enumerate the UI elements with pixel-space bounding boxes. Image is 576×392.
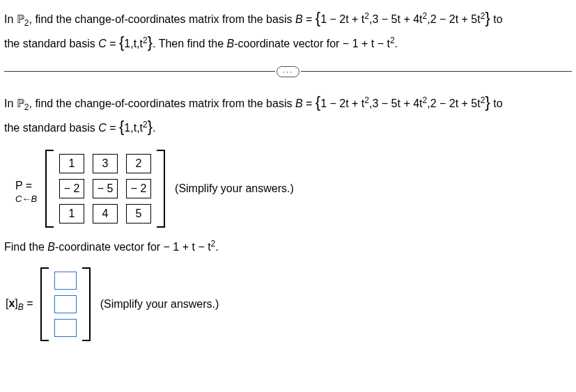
c-body: 1,t,t (124, 38, 143, 49)
poly2: 3 − 5t + 4t (372, 97, 422, 109)
b-coord-vector-row: [x]B = (Simplify your answers.) (6, 267, 572, 341)
matrix-P: 1 3 2 − 2 − 5 − 2 1 4 5 (45, 150, 165, 228)
poly1: 1 − 2t + t (320, 97, 364, 109)
bracket-right (155, 150, 165, 228)
matrix-cell[interactable]: − 2 (59, 179, 84, 198)
vector-input[interactable] (54, 272, 77, 290)
question-paragraph-1: In ℙ2, find the change-of-coordinates ma… (4, 6, 572, 55)
matrix-cell[interactable]: 5 (126, 204, 151, 224)
c-body: 1,t,t (124, 122, 143, 134)
sup: 2 (364, 11, 369, 21)
text: = (107, 38, 119, 49)
sub-B: B (18, 302, 24, 312)
bracket-right (81, 267, 91, 341)
text: = (303, 97, 316, 109)
sup: 2 (390, 36, 395, 45)
matrix-cell[interactable]: 3 (93, 154, 118, 173)
text: In (4, 13, 17, 25)
divider-dots: ··· (277, 66, 299, 77)
text: -coordinate vector for − 1 + t − t (234, 38, 390, 49)
poly3: 2 − 2t + 5t (430, 97, 481, 109)
brace-close: } (485, 93, 490, 111)
simplify-hint: (Simplify your answers.) (175, 180, 294, 198)
simplify-hint: (Simplify your answers.) (100, 295, 219, 313)
text: = (107, 122, 119, 134)
var-B: B (295, 13, 303, 25)
brace-close: } (485, 9, 490, 26)
text: Find the (4, 241, 47, 253)
xb-label: [x]B = (6, 295, 33, 314)
restated-paragraph: In ℙ2, find the change-of-coordinates ma… (4, 90, 572, 139)
text: , find the change-of-coordinates matrix … (29, 13, 295, 25)
text: the standard basis (4, 122, 98, 134)
text: = (303, 13, 316, 25)
symbol-P: ℙ (17, 97, 24, 109)
text: . Then find the (153, 38, 226, 49)
text: to (490, 97, 503, 109)
matrix-body: 1 3 2 − 2 − 5 − 2 1 4 5 (55, 150, 155, 228)
find-b-coord-paragraph: Find the B-coordinate vector for − 1 + t… (4, 237, 572, 256)
section-divider: ··· (4, 66, 572, 77)
vector-input[interactable] (54, 319, 77, 337)
vector-input[interactable] (54, 295, 77, 313)
matrix-cell[interactable]: − 2 (126, 179, 151, 198)
var-B: B (227, 38, 235, 49)
var-C: C (98, 122, 107, 134)
vector-body (50, 267, 81, 341)
brace-close: } (148, 118, 153, 135)
matrix-cell[interactable]: 1 (59, 154, 84, 173)
poly2: 3 − 5t + 4t (372, 13, 422, 25)
label-CB: C←B (15, 194, 37, 205)
brace-close: } (148, 33, 153, 51)
sup: 2 (143, 36, 148, 45)
text: -coordinate vector for − 1 + t − t (55, 241, 211, 253)
var-B: B (295, 97, 303, 109)
text: . (153, 122, 155, 134)
text: = (24, 297, 33, 309)
var-B: B (47, 241, 55, 253)
bracket-left (40, 267, 50, 341)
text: , find the change-of-coordinates matrix … (29, 97, 295, 109)
matrix-cell[interactable]: 1 (59, 204, 84, 224)
matrix-cell[interactable]: 2 (126, 154, 151, 173)
matrix-cell[interactable]: − 5 (93, 179, 118, 198)
change-of-coord-matrix-row: P = C←B 1 3 2 − 2 − 5 − 2 1 4 5 (Simplif… (15, 150, 572, 228)
poly3: 2 − 2t + 5t (430, 13, 481, 25)
var-C: C (98, 38, 107, 49)
bracket-left (45, 150, 55, 228)
text: the standard basis (4, 38, 98, 49)
sup: 2 (364, 95, 369, 104)
matrix-cell[interactable]: 4 (93, 204, 118, 224)
matrix-label: P = C←B (15, 172, 37, 205)
divider-line (301, 71, 572, 72)
vector-xb (40, 267, 91, 341)
sup: 2 (143, 120, 148, 130)
label-P-eq: P = (15, 180, 32, 191)
text: . (395, 38, 398, 49)
divider-line (4, 71, 275, 72)
text: to (490, 13, 503, 25)
text: . (215, 241, 218, 253)
symbol-P: ℙ (17, 13, 24, 25)
poly1: 1 − 2t + t (320, 13, 364, 25)
text: In (4, 97, 17, 109)
